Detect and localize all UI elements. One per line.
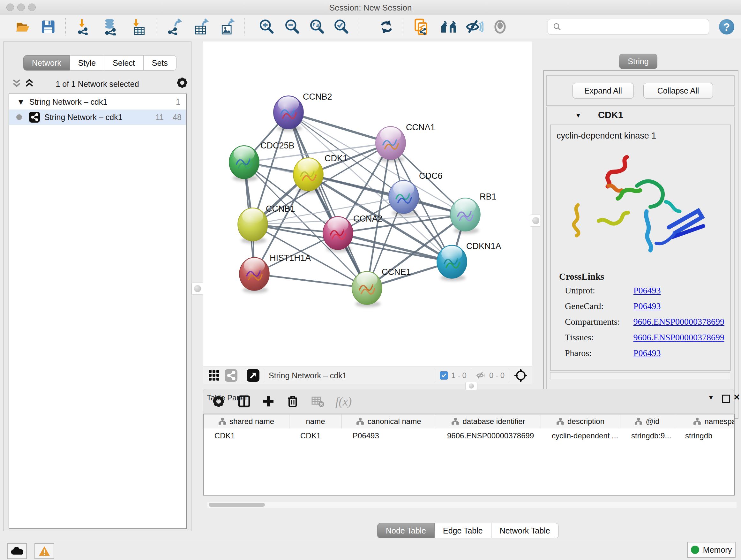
control-panel: Network Style Select Sets 1 of 1 Network… [3,42,192,531]
export-network-icon[interactable] [165,17,184,36]
table-cell[interactable]: cyclin-dependent ... [541,428,620,443]
delete-column-trash-icon[interactable] [286,395,299,408]
help-button[interactable]: ? [718,17,736,36]
network-node-CCNB1[interactable] [238,208,268,244]
table-cell[interactable]: CDK1 [204,428,289,443]
crosslink-value-link[interactable]: P06493 [633,301,661,311]
crosslink-value-link[interactable]: P06493 [633,286,661,296]
cloud-button[interactable] [7,543,27,559]
crosslink-row: Compartments:9606.ENSP00000378699 [565,317,724,327]
table-panel-close-icon[interactable]: ✕ [733,394,740,400]
memory-status-dot-icon [691,546,699,554]
zoom-fit-icon[interactable] [308,17,326,36]
gene-expand-caret-icon[interactable]: ▼ [575,112,582,119]
horizontal-splitter-handle[interactable] [465,382,477,390]
node-label-CDKN1A: CDKN1A [466,241,501,251]
hide-selection-icon[interactable] [465,17,484,36]
network-view-share-icon[interactable] [225,369,238,382]
import-table-icon[interactable] [129,17,147,36]
import-network-from-database-icon[interactable] [102,17,120,36]
copy-network-icon[interactable] [412,17,431,36]
zoom-out-icon[interactable] [283,17,301,36]
tab-select[interactable]: Select [105,55,143,71]
table-cell[interactable]: stringdb:9... [620,428,674,443]
network-node-CCNA1[interactable] [376,126,406,162]
refresh-layout-icon[interactable] [377,17,396,36]
table-header-row: shared namenamecanonical namedatabase id… [204,415,734,428]
network-row[interactable]: String Network – cdk1 11 48 [9,110,186,125]
crosslink-value-link[interactable]: 9606.ENSP00000378699 [633,332,724,343]
column-header-name[interactable]: name [289,415,342,428]
crosslink-row: Pharos:P06493 [565,348,724,358]
detach-view-icon[interactable] [247,369,259,382]
expand-all-button[interactable]: Expand All [572,83,634,98]
show-all-icon[interactable] [491,17,509,36]
toolbar-separator [156,18,156,36]
column-header-shared-name[interactable]: shared name [204,415,289,428]
toolbar-separator [359,18,359,36]
create-column-plus-icon[interactable] [262,395,275,408]
column-header-namespace[interactable]: namespace [674,415,735,428]
node-label-CCNE1: CCNE1 [382,267,411,277]
column-header-label: namespace [704,417,735,426]
crosslinks-heading: CrossLinks [559,271,604,282]
export-table-icon[interactable] [192,17,211,36]
node-label-RB1: RB1 [480,192,496,201]
table-cell[interactable]: P06493 [342,428,436,443]
network-node-CDKN1A[interactable] [437,245,467,281]
left-splitter-handle[interactable] [192,283,204,295]
zoom-selected-icon[interactable] [332,17,350,36]
node-label-CDC6: CDC6 [419,171,443,181]
search-icon [552,22,562,32]
network-canvas[interactable]: CCNB2CCNA1CDC25BCDK1CDC6RB1CCNB1CCNA2CDK… [203,42,532,367]
network-node-RB1[interactable] [450,198,480,234]
column-header-database-identifier[interactable]: database identifier [436,415,541,428]
collapse-all-button[interactable]: Collapse All [643,83,713,98]
import-network-icon[interactable] [75,17,93,36]
network-options-gear-icon[interactable] [176,76,189,90]
memory-button[interactable]: Memory [687,542,736,558]
tab-network[interactable]: Network [23,55,70,71]
crosslink-label: Pharos: [565,348,633,358]
network-node-CDK1[interactable] [293,158,323,193]
network-node-CDC25B[interactable] [229,145,259,181]
column-header-label: canonical name [367,417,421,426]
collection-label: String Network – cdk1 [29,98,108,107]
network-column-icon [693,418,701,425]
network-edge[interactable] [254,274,367,288]
network-edge[interactable] [288,112,391,143]
crosslink-value-link[interactable]: P06493 [633,348,661,358]
tab-network-table[interactable]: Network Table [491,523,559,538]
tab-node-table[interactable]: Node Table [377,523,434,538]
tab-style[interactable]: Style [70,55,105,71]
column-header--id[interactable]: @id [620,415,674,428]
table-panel-float-icon[interactable] [722,395,730,403]
warning-button[interactable] [35,543,54,559]
network-node-CCNE1[interactable] [352,271,382,307]
table-cell[interactable]: stringdb [674,428,735,443]
network-node-HIST1H1A[interactable] [239,257,269,293]
network-collection-row[interactable]: ▼ String Network – cdk1 1 [9,94,186,110]
column-header-canonical-name[interactable]: canonical name [342,415,436,428]
birds-eye-view-icon[interactable] [514,368,528,382]
save-session-icon[interactable] [39,17,57,36]
table-cell[interactable]: 9606.ENSP00000378699 [436,428,541,443]
network-node-CCNB2[interactable] [273,96,304,132]
tab-sets[interactable]: Sets [144,55,177,71]
table-panel-menu-caret-icon[interactable]: ▼ [708,394,714,401]
collection-expand-caret-icon[interactable]: ▼ [17,98,25,107]
table-cell[interactable]: CDK1 [289,428,342,443]
toolbar-separator [403,18,403,36]
crosslink-value-link[interactable]: 9606.ENSP00000378699 [633,317,724,327]
open-session-icon[interactable] [14,17,32,36]
zoom-in-icon[interactable] [257,17,276,36]
export-image-icon[interactable] [218,17,237,36]
column-header-description[interactable]: description [541,415,620,428]
search-input[interactable] [565,20,709,34]
tab-string[interactable]: String [619,54,657,69]
table-row[interactable]: CDK1CDK1P064939606.ENSP00000378699cyclin… [204,428,734,443]
tab-edge-table[interactable]: Edge Table [434,523,491,538]
search-box[interactable] [548,19,709,35]
grid-view-icon[interactable] [208,369,220,381]
first-neighbors-icon[interactable] [440,17,458,36]
